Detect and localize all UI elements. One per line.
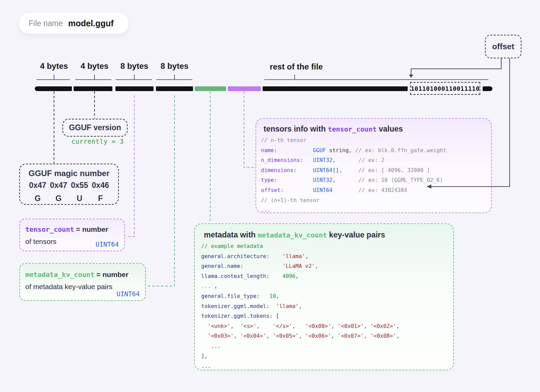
tensors-info-code: // n-th tensorname: GGUF string, // ex: …: [261, 135, 486, 215]
code-line: name: GGUF string, // ex: blk.0.ffn_gate…: [261, 145, 486, 156]
magic-cell: F: [90, 192, 111, 205]
tensors-info-panel: tensors info with tensor_count values //…: [255, 118, 492, 213]
rest-of-file-label: rest of the file: [261, 62, 332, 72]
bracket-4bytes-1: [36, 75, 70, 80]
code-line: tokenizer.ggml.tokens: [: [201, 311, 449, 321]
version-current-value: currently = 3: [66, 138, 129, 145]
code-line: ...: [201, 341, 449, 351]
binary-value: 101101000110011110: [411, 85, 480, 92]
bar-segment-metadata: [195, 86, 226, 91]
code-line: '<0x03>', '<0x04>', '<0x05>', '<0x06>', …: [201, 331, 449, 341]
byte-label-metadata-kv-count: 8 bytes: [156, 61, 193, 71]
magic-bytes-row: 0x470x470x550x46: [20, 179, 118, 192]
metadata-kv-count-identifier: metadata_kv_count: [25, 271, 94, 279]
connector-tensors-panel: [244, 91, 255, 167]
metadata-code: // example metadatageneral.architecture:…: [201, 241, 449, 371]
byte-label-magic: 4 bytes: [35, 61, 73, 71]
magic-cell: 0x47: [48, 179, 69, 192]
code-line: offset: UINT64 // ex: 43024384: [261, 185, 486, 195]
code-line: type: UINT32, // ex: 10 (GGML_TYPE_Q2_K): [261, 175, 486, 185]
bar-segment-magic: [35, 86, 72, 91]
metadata-kv-count-type: UINT64: [116, 290, 140, 298]
offset-label: offset: [492, 42, 514, 51]
tensor-count-callout: tensor_count = number of tensors UINT64: [19, 219, 125, 251]
bracket-rest-of-file: [264, 75, 488, 80]
tensors-info-title: tensors info with tensor_count values: [264, 123, 486, 135]
metadata-kv-count-eq: = number: [94, 271, 129, 278]
code-line: // n-th tensor: [261, 135, 486, 145]
code-line: general.name: 'LLaMA v2',: [201, 261, 449, 271]
code-line: ... ,: [201, 281, 449, 291]
binary-offset-field: 101101000110011110: [410, 82, 480, 95]
metadata-title-pre: metadata with: [204, 230, 258, 239]
gguf-format-diagram: File name model.gguf offset 4 bytes 4 by…: [0, 0, 540, 392]
metadata-title: metadata with metadata_kv_count key-valu…: [204, 229, 449, 241]
code-line: '<unk>', '<s>', '</s>', '<0x00>', '<0x01…: [201, 321, 449, 331]
bar-segment-tensor-count: [115, 86, 154, 91]
connector-metadata-kv-count: [146, 95, 174, 286]
bracket-8bytes-2: [156, 75, 192, 80]
tensors-title-post: values: [377, 124, 403, 133]
file-name-value: model.gguf: [68, 19, 114, 28]
metadata-title-identifier: metadata_kv_count: [258, 231, 327, 239]
tensor-count-eq: = number: [74, 225, 108, 233]
code-line: n_dimensions: UINT32, // ex: 2: [261, 155, 486, 165]
magic-cell: G: [48, 192, 69, 205]
bar-segment-metadata-kv-count: [156, 86, 193, 91]
code-line: ],: [201, 351, 449, 361]
bar-segment-version: [74, 86, 112, 91]
gguf-version-callout: GGUF version: [62, 119, 128, 137]
bracket-4bytes-2: [75, 75, 111, 80]
code-line: // (n+1)-th tensor: [261, 195, 486, 205]
metadata-title-post: key-value pairs: [327, 230, 385, 239]
metadata-panel: metadata with metadata_kv_count key-valu…: [194, 223, 454, 370]
code-line: ...: [261, 205, 486, 215]
tensor-count-type: UINT64: [96, 241, 119, 248]
magic-cell: U: [69, 192, 90, 205]
offset-arrow-to-bar: [411, 58, 501, 75]
bar-segment-end-cap: [483, 86, 492, 91]
bracket-8bytes-1: [116, 75, 152, 80]
magic-cell: 0x47: [27, 179, 48, 192]
magic-number-title: GGUF magic number: [20, 168, 118, 179]
magic-cell: G: [27, 192, 48, 205]
byte-label-version: 4 bytes: [76, 61, 113, 71]
code-line: general.architecture: 'llama',: [201, 251, 449, 261]
file-name-label: File name: [29, 19, 63, 28]
magic-chars-row: GGUF: [20, 192, 118, 205]
byte-label-tensor-count: 8 bytes: [116, 61, 153, 71]
tensors-title-identifier: tensor_count: [328, 125, 377, 133]
gguf-version-title: GGUF version: [69, 123, 121, 132]
magic-cell: 0x55: [69, 179, 90, 192]
bar-segment-rest: [263, 86, 408, 91]
file-name-pill: File name model.gguf: [19, 13, 128, 34]
offset-arrowhead-down: [409, 75, 413, 78]
tensor-count-identifier: tensor_count: [25, 225, 74, 233]
metadata-kv-count-callout: metadata_kv_count = number of metadata k…: [19, 263, 146, 301]
code-line: llama.context_length: 4096,: [201, 271, 449, 281]
tensors-title-pre: tensors info with: [264, 124, 328, 133]
code-line: dimensions: UINT64[], // ex: [ 4096, 320…: [261, 165, 486, 175]
offset-callout: offset: [485, 35, 521, 58]
magic-number-callout: GGUF magic number 0x470x470x550x46 GGUF: [19, 164, 119, 205]
connector-tensor-count: [126, 95, 134, 236]
bar-segment-tensors-info: [228, 86, 261, 91]
magic-cell: 0x46: [90, 179, 111, 192]
code-line: ...: [201, 361, 449, 371]
code-line: tokenizer.ggml.model: 'llama',: [201, 301, 449, 311]
code-line: general.file_type: 10,: [201, 291, 449, 301]
code-line: // example metadata: [201, 241, 449, 251]
